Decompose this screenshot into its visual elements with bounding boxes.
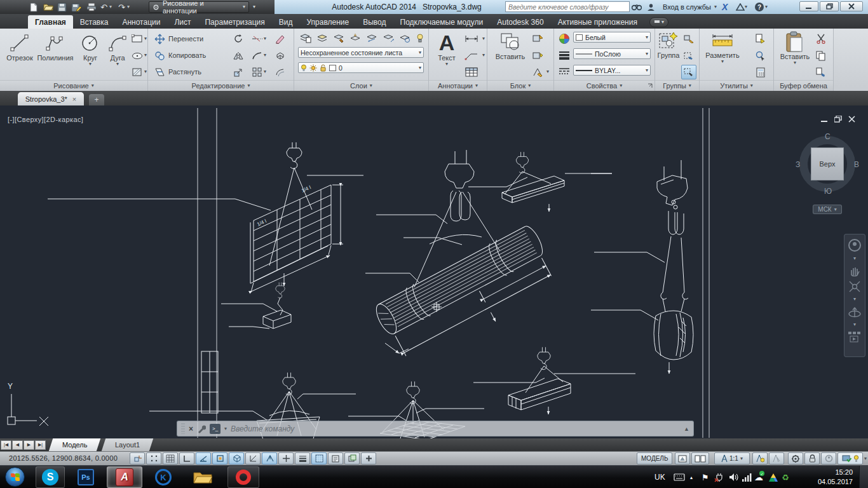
infer-constraints-toggle[interactable] xyxy=(130,452,145,464)
tab-featured-apps[interactable]: Активные приложения xyxy=(551,15,644,29)
signin-caret-icon[interactable]: ▾ xyxy=(714,1,717,13)
cc-caret-icon[interactable]: ▾ xyxy=(745,1,747,13)
tab-view[interactable]: Вид xyxy=(272,15,300,29)
viewport-controls-label[interactable]: [-][Сверху][2D-каркас] xyxy=(8,116,83,123)
stretch-button[interactable]: Растянуть xyxy=(154,65,201,79)
workspace-switching-gear-icon[interactable] xyxy=(788,452,803,464)
command-grip-handle[interactable] xyxy=(181,423,185,434)
viewcube-west[interactable]: З xyxy=(796,160,800,169)
viewcube-east[interactable]: В xyxy=(854,160,859,169)
lineweight-toggle[interactable] xyxy=(295,452,310,464)
show-motion-icon[interactable] xyxy=(848,331,862,342)
tab-layout1[interactable]: Layout1 xyxy=(102,438,154,451)
command-line[interactable]: × >_ ▾ Введите команду ▲ xyxy=(177,421,694,437)
linetype-dropdown[interactable]: ПоСлою▾ xyxy=(573,48,651,59)
start-button[interactable] xyxy=(5,467,25,487)
save-icon[interactable] xyxy=(57,1,67,13)
tab-annotate[interactable]: Аннотации xyxy=(115,15,167,29)
taskbar-autocad[interactable]: A xyxy=(107,466,142,488)
panel-clipboard-label[interactable]: Буфер обмена xyxy=(774,80,833,91)
tray-hidden-icons-button[interactable]: ▴ xyxy=(690,466,693,488)
command-customize-wrench-icon[interactable] xyxy=(197,424,206,433)
tray-keyboard-icon[interactable] xyxy=(674,466,685,488)
taskbar-opera[interactable] xyxy=(227,466,259,488)
viewcube-north[interactable]: С xyxy=(825,132,831,141)
object-snap-toggle[interactable] xyxy=(212,452,227,464)
taskbar-photoshop[interactable]: Ps xyxy=(71,466,100,488)
ribbon-display-toggle[interactable]: ▾ xyxy=(649,17,668,27)
help-caret-icon[interactable]: ▾ xyxy=(765,1,768,13)
snap-toggle[interactable] xyxy=(146,452,161,464)
pan-hand-icon[interactable] xyxy=(848,265,861,276)
text-button[interactable]: A Текст▾ xyxy=(434,31,459,67)
copy-clip-icon[interactable] xyxy=(813,48,829,63)
block-attr-edit-icon[interactable] xyxy=(531,48,546,63)
layout-nav-first[interactable]: |◀ xyxy=(1,440,11,450)
layout-nav-prev[interactable]: ◀ xyxy=(12,440,23,450)
ellipse-tool-icon[interactable] xyxy=(130,48,145,63)
annotation-visibility-icon[interactable] xyxy=(752,452,768,464)
command-input[interactable]: Введите команду xyxy=(231,424,680,433)
layer-lock-icon[interactable] xyxy=(381,30,396,45)
workspace-dropdown[interactable]: Рисование и аннотации ▾ xyxy=(149,1,249,13)
object-snap-tracking-toggle[interactable] xyxy=(245,452,261,464)
selection-cycling-toggle[interactable] xyxy=(344,452,360,464)
arc-button[interactable]: Дуга▾ xyxy=(105,32,130,67)
layer-properties-icon[interactable] xyxy=(298,30,313,45)
mirror-icon[interactable] xyxy=(231,48,246,63)
tray-onedrive-icon[interactable]: ☁✓ xyxy=(754,466,763,488)
tab-manage[interactable]: Управление xyxy=(300,15,356,29)
tab-home[interactable]: Главная xyxy=(28,15,73,29)
group-selectable-toggle[interactable] xyxy=(681,65,696,79)
layer-match-icon[interactable] xyxy=(397,30,412,45)
isolate-objects-button[interactable] xyxy=(837,452,863,464)
ungroup-icon[interactable] xyxy=(681,31,696,46)
tab-plugins[interactable]: Подключаемые модули xyxy=(393,15,491,29)
rectangle-tool-icon[interactable] xyxy=(130,31,145,46)
cut-scissors-icon[interactable] xyxy=(813,31,829,46)
lineweight-dropdown[interactable]: BYLAY...▾ xyxy=(573,65,651,76)
redo-icon[interactable]: ↷ xyxy=(118,1,125,13)
transparency-toggle[interactable] xyxy=(311,452,327,464)
save-as-icon[interactable] xyxy=(71,1,82,13)
tray-volume-icon[interactable] xyxy=(729,466,739,488)
tray-action-center-icon[interactable]: ⚑ xyxy=(702,466,709,488)
erase-icon[interactable] xyxy=(273,31,288,46)
scale-icon[interactable] xyxy=(231,65,246,79)
table-icon[interactable] xyxy=(462,65,481,79)
qat-customize-icon[interactable]: ▾ xyxy=(253,1,255,13)
new-drawing-tab-button[interactable]: + xyxy=(89,94,104,105)
autoscale-icon[interactable] xyxy=(769,452,784,464)
undo-icon[interactable]: ↶ xyxy=(100,1,107,13)
explode-icon[interactable] xyxy=(273,48,288,63)
tray-sync-icon[interactable]: ♻ xyxy=(782,466,789,488)
taskbar-kompas[interactable]: K xyxy=(149,466,178,488)
command-history-toggle[interactable]: ▲ xyxy=(684,426,689,432)
doc-close-icon[interactable] xyxy=(848,116,855,123)
panel-annotation-label[interactable]: Аннотации▾ xyxy=(429,80,487,91)
taskbar-explorer[interactable] xyxy=(188,466,217,488)
doc-restore-icon[interactable] xyxy=(834,116,842,123)
quick-view-drawings-icon[interactable] xyxy=(691,452,709,464)
quick-properties-toggle[interactable] xyxy=(328,452,343,464)
panel-groups-label[interactable]: Группы▾ xyxy=(655,80,699,91)
panel-properties-label[interactable]: Свойства▾ xyxy=(554,80,654,91)
help-icon[interactable]: ? xyxy=(755,1,764,13)
layout-nav-next[interactable]: ▶ xyxy=(24,440,34,450)
isolate-caret-icon[interactable]: ▾ xyxy=(864,456,867,461)
dimension-icon[interactable] xyxy=(462,31,481,46)
drawing-area[interactable]: 1/4 l 1/4 l xyxy=(0,105,868,438)
dynamic-input-toggle[interactable] xyxy=(278,452,294,464)
circle-button[interactable]: Круг▾ xyxy=(76,32,104,67)
layer-off-icon[interactable] xyxy=(412,30,428,45)
attr-define-icon[interactable] xyxy=(531,65,546,79)
offset-icon[interactable] xyxy=(273,65,288,79)
panel-utilities-label[interactable]: Утилиты▾ xyxy=(700,80,773,91)
rotate-icon[interactable] xyxy=(231,31,246,46)
leader-icon[interactable] xyxy=(462,48,481,63)
viewcube[interactable]: С В Ю З Верх xyxy=(797,133,858,194)
point-select-icon[interactable] xyxy=(753,48,768,63)
block-edit-icon[interactable] xyxy=(531,31,546,46)
insert-block-button[interactable]: Вставить xyxy=(492,31,528,60)
tab-output[interactable]: Вывод xyxy=(356,15,393,29)
